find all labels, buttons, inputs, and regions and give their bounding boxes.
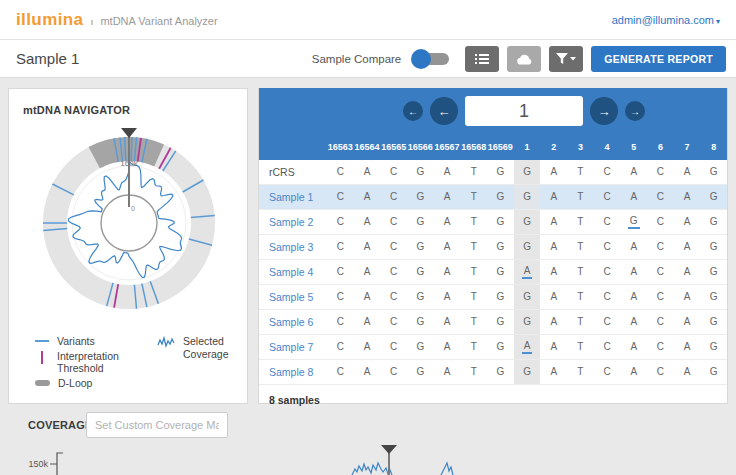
generate-report-button[interactable]: GENERATE REPORT	[591, 46, 726, 72]
base-value: A	[548, 266, 559, 278]
base-cell: A	[434, 260, 461, 284]
sample-link[interactable]: Sample 6	[259, 310, 327, 334]
column-header[interactable]: 3	[567, 142, 594, 152]
scroll-left-button[interactable]: ←	[430, 97, 458, 125]
base-cell: A	[674, 360, 701, 384]
variant-base: A	[522, 265, 533, 279]
sample-link[interactable]: Sample 1	[259, 185, 327, 209]
base-cell: T	[460, 310, 487, 334]
base-cell: A	[540, 185, 567, 209]
list-view-button[interactable]	[465, 46, 499, 72]
base-value: G	[414, 216, 426, 228]
column-header[interactable]: 16563	[327, 142, 354, 152]
base-value: G	[494, 241, 506, 253]
base-cell: C	[327, 285, 354, 309]
base-cell: A	[540, 210, 567, 234]
column-header[interactable]: 5	[620, 142, 647, 152]
base-value: G	[494, 266, 506, 278]
base-cell: A	[434, 185, 461, 209]
base-cell: C	[380, 360, 407, 384]
sample-link[interactable]: Sample 7	[259, 335, 327, 359]
filter-button[interactable]	[549, 46, 583, 72]
base-value: C	[388, 291, 399, 303]
base-cell: A	[620, 185, 647, 209]
base-cell: A	[354, 335, 381, 359]
base-value: G	[414, 241, 426, 253]
column-header[interactable]: 4	[594, 142, 621, 152]
column-header[interactable]: 6	[647, 142, 674, 152]
base-cell[interactable]: A	[514, 260, 541, 284]
coverage-max-input[interactable]	[86, 412, 228, 438]
position-marker-icon[interactable]	[381, 445, 397, 454]
base-value: A	[548, 316, 559, 328]
base-cell: A	[620, 360, 647, 384]
base-cell: C	[327, 310, 354, 334]
base-cell: C	[327, 235, 354, 259]
column-header[interactable]: 2	[540, 142, 567, 152]
position-marker-icon[interactable]	[121, 128, 137, 138]
user-menu[interactable]: admin@illumina.com▾	[612, 14, 720, 26]
column-header[interactable]: 16564	[354, 142, 381, 152]
base-value: T	[575, 216, 585, 228]
column-header[interactable]: 16565	[380, 142, 407, 152]
base-value: G	[521, 241, 533, 253]
column-header[interactable]: 16566	[407, 142, 434, 152]
base-value: G	[494, 291, 506, 303]
base-cell: T	[567, 335, 594, 359]
column-header[interactable]: 8	[700, 142, 727, 152]
base-value: C	[601, 216, 612, 228]
sample-link[interactable]: Sample 2	[259, 210, 327, 234]
sample-link[interactable]: Sample 8	[259, 360, 327, 384]
sample-link[interactable]: Sample 4	[259, 260, 327, 284]
base-value: C	[655, 316, 666, 328]
base-cell: G	[407, 185, 434, 209]
base-cell: A	[540, 335, 567, 359]
coverage-chart[interactable]	[0, 440, 736, 475]
base-value: T	[469, 241, 479, 253]
sample-link[interactable]: Sample 5	[259, 285, 327, 309]
sample-compare-toggle[interactable]	[415, 53, 449, 65]
base-cell: G	[407, 210, 434, 234]
base-cell: C	[380, 160, 407, 184]
toolbar-controls: Sample Compare GENERATE REPORT	[312, 46, 726, 72]
column-header[interactable]: 1	[514, 142, 541, 152]
base-cell: A	[434, 285, 461, 309]
base-value: C	[601, 316, 612, 328]
scroll-right-small-button[interactable]: →	[625, 101, 645, 121]
base-cell: C	[327, 160, 354, 184]
base-cell[interactable]: A	[514, 335, 541, 359]
cloud-download-button[interactable]	[507, 46, 541, 72]
scale-zero-label: 0	[131, 205, 135, 212]
base-cell: C	[380, 285, 407, 309]
base-value: T	[575, 241, 585, 253]
base-value: C	[335, 266, 346, 278]
base-value: T	[469, 366, 479, 378]
base-value: T	[469, 316, 479, 328]
base-value: C	[655, 291, 666, 303]
base-cell: A	[674, 235, 701, 259]
base-cell: G	[514, 285, 541, 309]
base-cell: A	[354, 360, 381, 384]
base-cell: C	[594, 160, 621, 184]
base-cell: A	[354, 185, 381, 209]
base-value: T	[575, 166, 585, 178]
app-title: mtDNA Variant Analyzer	[100, 15, 217, 27]
base-cell: A	[674, 260, 701, 284]
scroll-left-small-button[interactable]: ←	[403, 101, 423, 121]
column-header[interactable]: 7	[674, 142, 701, 152]
base-value: A	[362, 216, 373, 228]
base-cell: T	[460, 260, 487, 284]
position-input[interactable]	[465, 96, 583, 126]
scroll-right-button[interactable]: →	[590, 97, 618, 125]
base-value: C	[335, 191, 346, 203]
base-value: C	[335, 341, 346, 353]
column-header-row: 1656316564165651656616567165681656912345…	[259, 134, 727, 160]
navigator-chart[interactable]: 160k 0	[8, 123, 250, 335]
column-header[interactable]: 16568	[460, 142, 487, 152]
sample-link[interactable]: Sample 3	[259, 235, 327, 259]
column-header[interactable]: 16567	[434, 142, 461, 152]
base-value: A	[548, 216, 559, 228]
column-header[interactable]: 16569	[487, 142, 514, 152]
base-cell[interactable]: G	[620, 210, 647, 234]
base-value: C	[601, 341, 612, 353]
